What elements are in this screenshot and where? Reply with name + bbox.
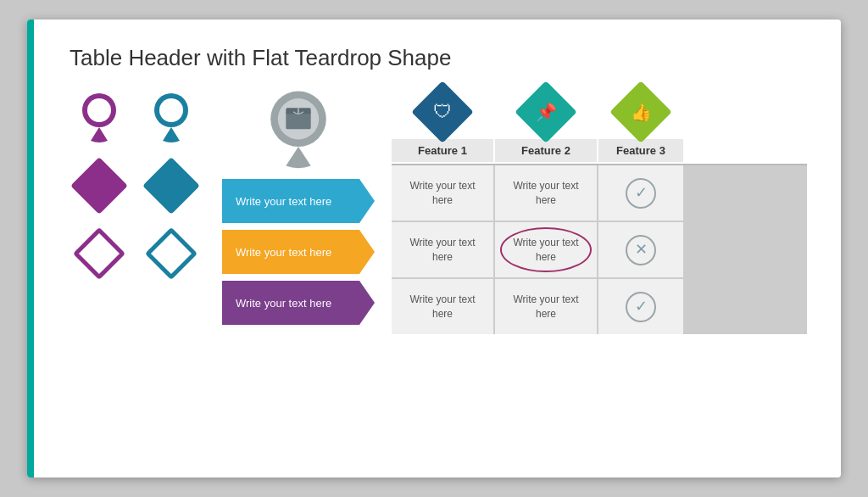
svg-point-1 (87, 98, 111, 122)
accent-bar (27, 20, 34, 477)
col3-icon: 👍 (631, 102, 652, 122)
cell-2-1: Write your text here (392, 222, 493, 277)
cell-2-2: Write your text here (495, 222, 597, 277)
col-label-3: Feature 3 (598, 139, 683, 162)
cell-3-3: ✓ (598, 279, 683, 334)
shape-diamond-purple (70, 156, 129, 215)
slide: Table Header with Flat Teardrop Shape (27, 20, 841, 477)
arrow-label-blue: Write your text here (236, 195, 331, 208)
arrow-row: Write your text here Write your text her… (222, 179, 375, 325)
table-row-3: Write your text here Write your text her… (392, 279, 807, 334)
cell-3-2: Write your text here (495, 279, 597, 334)
arrow-label-purple: Write your text here (236, 297, 331, 310)
shape-diamond-outline-purple (70, 224, 129, 283)
content-area: Write your text here Write your text her… (70, 88, 807, 334)
svg-point-3 (159, 98, 183, 122)
table-section: 🛡 Feature 1 📌 Feature 2 👍 (392, 88, 807, 334)
col-header-1: 🛡 Feature 1 (392, 88, 493, 162)
arrow-btn-blue[interactable]: Write your text here (222, 179, 375, 223)
big-pin-icon (264, 88, 332, 169)
check-icon-1: ✓ (626, 178, 656, 209)
cell-1-2: Write your text here (495, 165, 597, 221)
col-header-3: 👍 Feature 3 (598, 88, 683, 162)
col1-icon: 🛡 (433, 101, 452, 123)
table-headers: 🛡 Feature 1 📌 Feature 2 👍 (392, 88, 807, 162)
shape-diamond-teal (142, 156, 201, 215)
middle-section: Write your text here Write your text her… (222, 88, 375, 334)
arrow-btn-orange[interactable]: Write your text here (222, 230, 375, 274)
arrow-btn-purple[interactable]: Write your text here (222, 281, 375, 325)
table-row-1: Write your text here Write your text her… (392, 165, 807, 221)
col-label-1: Feature 1 (392, 139, 493, 162)
check-icon-2: ✓ (626, 292, 656, 322)
shape-diamond-outline-teal (142, 224, 201, 283)
cell-2-3: ✕ (598, 222, 683, 277)
cell-1-1: Write your text here (392, 165, 493, 221)
shapes-section (70, 88, 205, 334)
shape-pin-purple (70, 88, 129, 148)
arrow-label-orange: Write your text here (236, 246, 331, 259)
col2-icon: 📌 (536, 102, 557, 122)
cell-3-1: Write your text here (392, 279, 493, 334)
col-header-2: 📌 Feature 2 (495, 88, 597, 162)
table-row-2: Write your text here Write your text her… (392, 222, 807, 277)
x-icon-1: ✕ (626, 235, 656, 265)
col-label-2: Feature 2 (495, 139, 597, 162)
slide-title: Table Header with Flat Teardrop Shape (70, 45, 807, 71)
cell-1-3: ✓ (598, 165, 683, 221)
shape-pin-teal (142, 88, 201, 148)
